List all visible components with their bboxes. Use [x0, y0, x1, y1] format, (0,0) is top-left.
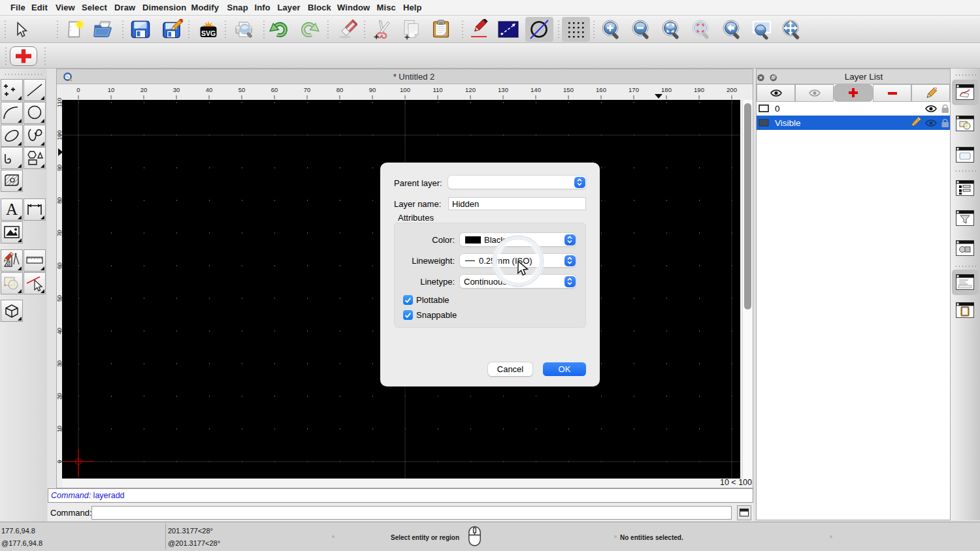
svg-text:60: 60 [271, 86, 278, 93]
svg-text:110: 110 [433, 86, 442, 93]
svg-text:200: 200 [727, 86, 737, 93]
svg-text:120: 120 [465, 86, 476, 93]
svg-text:190: 190 [694, 86, 704, 93]
svg-text:160: 160 [596, 86, 606, 93]
svg-text:30: 30 [173, 86, 180, 93]
svg-text:40: 40 [206, 86, 213, 93]
svg-text:140: 140 [531, 86, 541, 93]
svg-text:150: 150 [563, 86, 574, 93]
svg-text:0: 0 [76, 86, 80, 93]
svg-text:100: 100 [400, 86, 410, 93]
svg-text:20: 20 [140, 86, 148, 93]
svg-text:A: A [6, 200, 18, 218]
svg-text:170: 170 [629, 86, 639, 93]
svg-text:90: 90 [369, 86, 376, 93]
svg-text:70: 70 [304, 86, 311, 93]
svg-text:50: 50 [238, 86, 246, 93]
svg-text:10: 10 [108, 86, 115, 93]
svg-text:130: 130 [498, 86, 508, 93]
svg-text:80: 80 [336, 86, 344, 93]
svg-text:180: 180 [661, 86, 672, 93]
svg-text:SVG: SVG [201, 29, 216, 37]
